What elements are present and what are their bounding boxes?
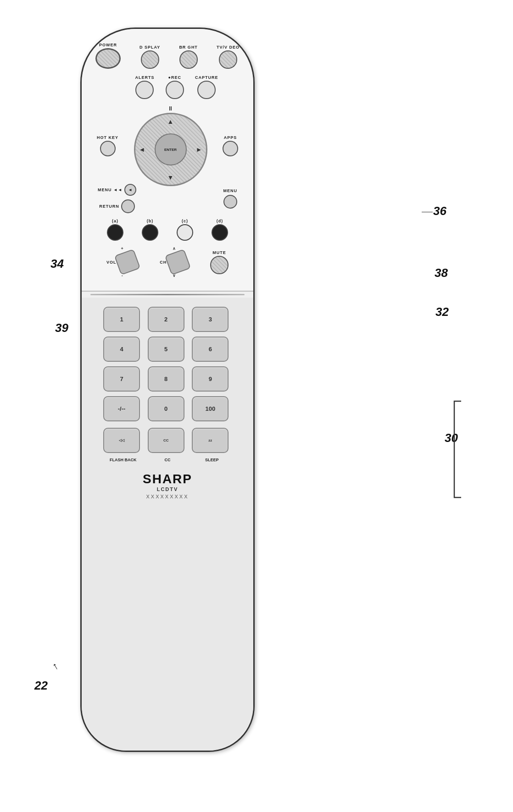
row-vol-ch: + VOL - ∧ CH ∨ [91,246,244,278]
capture-button[interactable] [197,81,216,99]
btn-1[interactable]: 1 [103,307,140,332]
section-divider [90,294,245,295]
mute-label: MUTE [212,250,226,255]
power-label: POWER [99,43,117,47]
ch-button[interactable] [165,249,191,276]
btn-3[interactable]: 3 [192,307,229,332]
brand-sharp: SHARP [143,472,192,486]
btn-7[interactable]: 7 [103,366,140,392]
vol-label: VOL [106,260,117,265]
btn-d-label: (d) [217,219,223,223]
apps-button[interactable] [223,141,238,156]
display-group: D SPLAY [139,45,160,69]
btn-a-group: (a) [107,219,123,241]
vol-group: + VOL - [106,246,138,278]
page-container: 22 ↑ 34 39 36 —— 38 32 30 POWER [0,0,513,812]
tv-video-label: TV/V DEO [217,45,240,50]
enter-button[interactable]: ENTER [155,133,187,166]
serial: XXXXXXXXX [143,494,192,499]
vol-button[interactable] [114,249,141,276]
hot-key-group: HOT KEY [97,135,118,156]
menu-left-row: MENU ◄◄ ◄ [98,184,136,196]
ch-row: CH [160,252,188,272]
btn-9[interactable]: 9 [192,366,229,392]
capture-group: CAPTURE [195,75,218,99]
btn-c[interactable] [177,224,193,241]
dpad-left[interactable]: ◄ [139,146,145,153]
btn-sleep-icon[interactable]: zz [192,428,229,453]
bright-group: BR GHT [179,45,198,69]
ch-up-label: ∧ [173,246,176,251]
btn-a-label: (a) [112,219,118,223]
ref-36: 36 [433,204,446,218]
row-abcd: (a) (b) (c) (d) [91,219,244,241]
hot-key-button[interactable] [100,141,116,156]
menu-right-label: MENU [223,188,238,193]
btn-flash-back-icon[interactable]: ◁◁ [103,428,140,453]
btn-d[interactable] [212,224,228,241]
btn-d-group: (d) [212,219,228,241]
numpad: 1 2 3 4 5 6 7 8 9 [103,307,232,392]
btn-100[interactable]: 100 [192,396,229,421]
row-menu-return: MENU ◄◄ ◄ RETURN MENU [91,184,244,213]
mute-group: MUTE [210,250,229,274]
special-labels-row: FLASH BACK CC SLEEP [103,458,232,463]
btn-b-group: (b) [142,219,158,241]
vol-row: VOL [106,252,138,272]
row-top-3: HOT KEY II ▲ ▼ ◄ ► ENTER [91,105,244,186]
btn-c-label: (c) [182,219,188,223]
ref-32: 32 [435,305,449,319]
menu-right-button[interactable] [223,195,237,209]
sleep-label: SLEEP [192,458,232,463]
capture-label: CAPTURE [195,75,218,80]
dpad-up[interactable]: ▲ [167,118,174,125]
ref-39: 39 [55,321,68,335]
row-top-1: POWER D SPLAY BR GHT TV/V DEO [91,43,244,69]
btn-4[interactable]: 4 [103,337,140,362]
dpad-right[interactable]: ► [196,146,202,153]
dpad-down[interactable]: ▼ [167,174,174,181]
btn-2[interactable]: 2 [148,307,184,332]
dpad-ring: ▲ ▼ ◄ ► ENTER [134,113,207,186]
flash-back-label: FLASH BACK [103,458,143,463]
menu-return-col: MENU ◄◄ ◄ RETURN [98,184,136,213]
btn-0[interactable]: 0 [148,396,184,421]
return-button[interactable] [121,199,135,213]
ch-label: CH [160,260,167,265]
tv-video-button[interactable] [219,50,237,69]
btn-b[interactable] [142,224,158,241]
remote-body: POWER D SPLAY BR GHT TV/V DEO [80,28,255,752]
display-button[interactable] [141,50,159,69]
rec-group: ●REC [166,75,184,99]
ref-34: 34 [50,257,64,271]
btn-5[interactable]: 5 [148,337,184,362]
power-group: POWER [95,43,121,69]
line-36: —— [422,209,433,215]
ref-38: 38 [435,266,448,280]
btn-minus-minus[interactable]: -/-- [103,396,140,421]
power-button[interactable] [95,48,121,69]
btn-a[interactable] [107,224,123,241]
arrow-22: ↑ [50,660,61,673]
ref-22: 22 [34,679,48,693]
display-label: D SPLAY [139,45,160,50]
rec-button[interactable] [166,81,184,99]
dpad-container: ▲ ▼ ◄ ► ENTER [134,113,207,186]
apps-group: APPS [223,135,238,156]
rec-label: ●REC [168,75,181,80]
remote-bottom-section: 1 2 3 4 5 6 7 8 9 -/-- 0 100 ◁◁ CC zz [82,298,253,751]
bright-label: BR GHT [179,45,198,50]
mute-button[interactable] [210,256,229,274]
btn-8[interactable]: 8 [148,366,184,392]
btn-cc-icon[interactable]: CC [148,428,184,453]
row-top-2: ALERTS ●REC CAPTURE [91,75,244,99]
alerts-group: ALERTS [135,75,154,99]
btn-6[interactable]: 6 [192,337,229,362]
bracket-30 [452,399,463,500]
bright-button[interactable] [179,50,198,69]
dpad-section: II ▲ ▼ ◄ ► ENTER [134,105,207,186]
side-menu-col: MENU [223,188,238,209]
apps-label: APPS [224,135,237,140]
alerts-button[interactable] [135,81,154,99]
return-row: RETURN [99,199,135,213]
